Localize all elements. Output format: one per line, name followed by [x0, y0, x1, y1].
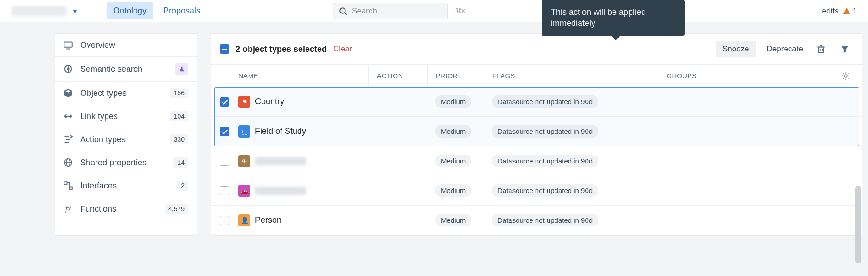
row-checkbox[interactable]: [220, 186, 229, 195]
row-name: Person: [255, 215, 281, 225]
table-row[interactable]: 🚗MediumDatasource not updated in 90d: [211, 176, 862, 206]
count-badge: 104: [170, 111, 188, 121]
sidebar-item-functions[interactable]: fx Functions 4,579: [55, 197, 197, 220]
count-badge: 4,579: [165, 204, 188, 214]
sidebar-item-action-types[interactable]: Action types 330: [55, 128, 197, 151]
count-badge: 14: [173, 157, 188, 168]
row-name-redacted: [255, 187, 306, 195]
function-icon: fx: [64, 204, 73, 213]
col-header-action[interactable]: Action: [368, 65, 427, 87]
svg-rect-2: [64, 42, 72, 47]
sidebar-item-label: Semantic search: [80, 64, 168, 74]
table-row[interactable]: ⚑CountryMediumDatasource not updated in …: [211, 87, 862, 117]
warning-count: 1: [853, 6, 857, 16]
svg-rect-15: [64, 182, 67, 184]
row-name-redacted: [255, 157, 306, 165]
svg-point-0: [340, 8, 345, 13]
beaker-icon: [175, 63, 188, 75]
priority-pill: Medium: [435, 184, 471, 197]
search-input[interactable]: [351, 6, 451, 16]
search-shortcut: ⌘K: [455, 7, 466, 15]
sidebar-item-label: Interfaces: [80, 181, 170, 191]
globe-icon: [64, 158, 73, 167]
filter-button[interactable]: [836, 40, 854, 58]
sidebar-item-interfaces[interactable]: Interfaces 2: [55, 174, 197, 197]
row-checkbox[interactable]: [220, 216, 229, 225]
sidebar-item-label: Overview: [80, 40, 188, 50]
search-box[interactable]: ⌘K: [333, 3, 448, 19]
col-header-flags[interactable]: Flags: [484, 65, 658, 87]
col-header-name[interactable]: Name: [238, 72, 368, 80]
object-type-icon: ⚑: [238, 96, 250, 108]
table-row[interactable]: 👤PersonMediumDatasource not updated in 9…: [211, 206, 862, 235]
sidebar-item-label: Action types: [80, 135, 163, 144]
clear-selection-link[interactable]: Clear: [333, 44, 352, 54]
cube-icon: [64, 88, 73, 98]
divider: [89, 5, 89, 18]
row-checkbox[interactable]: [220, 127, 229, 136]
object-type-icon: 🚗: [238, 185, 250, 197]
priority-pill: Medium: [435, 95, 471, 108]
selection-summary: 2 object types selected: [236, 44, 327, 54]
nav-tabs: Ontology Proposals: [107, 2, 207, 19]
flag-pill: Datasource not updated in 90d: [492, 95, 598, 108]
sidebar-item-label: Functions: [80, 204, 157, 214]
svg-line-1: [345, 13, 347, 15]
workspace-menu-caret[interactable]: ▾: [73, 7, 77, 15]
svg-point-7: [67, 68, 69, 70]
tooltip: This action will be applied immediately: [542, 0, 685, 36]
row-name: Field of Study: [255, 126, 306, 136]
object-type-icon: ⬚: [238, 125, 250, 138]
content-panel: 2 object types selected Clear Snooze Dep…: [211, 33, 862, 236]
table-header: Name Action Prior… Flags Groups: [211, 65, 862, 87]
sidebar-item-semantic-search[interactable]: Semantic search: [55, 56, 197, 81]
svg-rect-17: [818, 47, 823, 53]
tab-ontology[interactable]: Ontology: [107, 2, 153, 19]
link-icon: [64, 112, 73, 121]
object-type-icon: 👤: [238, 214, 250, 226]
flag-pill: Datasource not updated in 90d: [492, 155, 598, 167]
col-header-priority[interactable]: Prior…: [427, 65, 484, 87]
sidebar-item-link-types[interactable]: Link types 104: [55, 105, 197, 128]
priority-pill: Medium: [435, 125, 471, 138]
row-name: Country: [255, 97, 284, 107]
edits-label: edits: [822, 6, 839, 16]
warning-icon: [842, 7, 851, 15]
scrollbar-thumb[interactable]: [855, 186, 861, 263]
warning-badge[interactable]: 1: [842, 6, 857, 16]
scope-icon: [64, 64, 73, 74]
svg-point-22: [844, 75, 847, 77]
select-all-checkbox[interactable]: [220, 44, 229, 54]
table-row[interactable]: ✈MediumDatasource not updated in 90d: [211, 146, 862, 176]
sidebar-item-shared-properties[interactable]: Shared properties 14: [55, 151, 197, 174]
workspace-name-redacted: [11, 6, 67, 16]
monitor-icon: [64, 41, 73, 50]
sidebar-item-label: Object types: [80, 88, 163, 98]
priority-pill: Medium: [435, 155, 471, 167]
priority-pill: Medium: [435, 214, 471, 226]
action-icon: [64, 135, 73, 144]
flag-pill: Datasource not updated in 90d: [492, 184, 598, 197]
table-settings-button[interactable]: [838, 72, 854, 80]
flag-pill: Datasource not updated in 90d: [492, 125, 598, 138]
col-header-groups[interactable]: Groups: [658, 65, 838, 87]
flag-pill: Datasource not updated in 90d: [492, 214, 598, 226]
delete-button[interactable]: [814, 42, 828, 56]
row-checkbox[interactable]: [220, 97, 229, 107]
top-bar: ▾ Ontology Proposals ⌘K edits 1: [0, 0, 868, 22]
search-icon: [339, 7, 347, 15]
count-badge: 330: [170, 134, 188, 144]
sidebar-item-label: Shared properties: [80, 158, 166, 168]
interface-icon: [64, 181, 73, 190]
snooze-button[interactable]: Snooze: [716, 41, 756, 57]
count-badge: 156: [170, 88, 188, 98]
deprecate-button[interactable]: Deprecate: [760, 41, 810, 57]
sidebar-item-object-types[interactable]: Object types 156: [55, 81, 197, 105]
row-checkbox[interactable]: [220, 157, 229, 166]
count-badge: 2: [177, 181, 188, 191]
tab-proposals[interactable]: Proposals: [157, 2, 207, 19]
selection-bar: 2 object types selected Clear Snooze Dep…: [211, 34, 862, 65]
sidebar-item-label: Link types: [80, 112, 163, 121]
table-row[interactable]: ⬚Field of StudyMediumDatasource not upda…: [211, 117, 862, 146]
sidebar-item-overview[interactable]: Overview: [55, 34, 197, 56]
